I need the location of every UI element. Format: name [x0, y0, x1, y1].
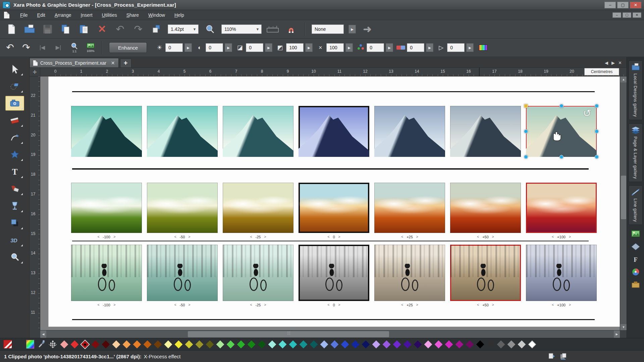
text-tool[interactable]: T [5, 164, 24, 179]
font-gallery-icon[interactable]: F [631, 256, 640, 263]
shadow-tool[interactable] [5, 216, 24, 230]
mountain-series-photo-4[interactable] [299, 106, 369, 157]
quick-shape-tool[interactable] [5, 147, 24, 162]
color-swatch-f2a0e8[interactable] [424, 340, 432, 348]
step-increase-icon[interactable]: > [416, 235, 418, 239]
tab-scroll-left-icon[interactable]: ◀ [605, 60, 608, 65]
street-series-photo-2[interactable] [147, 245, 218, 301]
open-icon[interactable] [23, 22, 36, 36]
menu-arrange[interactable]: Arrange [50, 11, 76, 19]
color-balance-spinner-button[interactable]: ▶ [386, 43, 393, 52]
saturation-spinner-button[interactable]: ▶ [345, 43, 353, 52]
step-increase-icon[interactable]: > [114, 303, 116, 307]
maximize-button[interactable]: ▢ [617, 2, 629, 8]
doc-close-button[interactable]: ✕ [633, 12, 641, 18]
color-swatch-7d0c0c[interactable] [91, 340, 99, 348]
line-color-none-swatch[interactable] [3, 340, 12, 349]
step-decrease-icon[interactable]: < [250, 303, 252, 307]
selection-handle-t[interactable] [559, 104, 564, 108]
color-swatch-f7cf9e[interactable] [112, 340, 120, 348]
step-increase-icon[interactable]: > [569, 235, 571, 239]
step-increase-icon[interactable]: > [492, 235, 494, 239]
step-increase-icon[interactable]: > [114, 235, 116, 239]
color-swatch-a0b8f2[interactable] [320, 340, 328, 348]
delete-icon[interactable]: ✕ [95, 22, 109, 36]
blur-sharpen-spinner-button[interactable]: ▶ [466, 43, 474, 52]
eyedropper-icon[interactable] [38, 339, 45, 349]
menu-edit[interactable]: Edit [33, 11, 50, 19]
mountain-series-photo-1[interactable] [71, 106, 142, 157]
sunset-series-photo-7[interactable] [526, 183, 597, 233]
selector-tool[interactable] [5, 62, 24, 76]
menu-insert[interactable]: Insert [76, 11, 97, 19]
paste-format-icon[interactable] [150, 22, 163, 36]
menu-window[interactable]: Window [144, 11, 170, 19]
color-swatch-e858d8[interactable] [434, 340, 442, 348]
doc-minimize-button[interactable]: – [612, 12, 621, 18]
sunset-series-photo-2[interactable] [147, 183, 218, 233]
color-swatch-58dcd4[interactable] [278, 340, 286, 348]
selection-handle-tr[interactable] [595, 104, 599, 108]
freehand-select-tool[interactable] [5, 79, 24, 94]
sunset-series-photo-5[interactable] [374, 183, 445, 233]
shadows-value-field[interactable]: 0 [246, 43, 263, 52]
photo-undo-icon[interactable]: ↶ [3, 41, 17, 54]
tab-bar-close-icon[interactable]: ✕ [618, 60, 622, 65]
scroll-down-icon[interactable]: ▼ [620, 324, 627, 330]
scroll-right-icon[interactable]: ▶ [614, 330, 620, 338]
ruler-origin-icon[interactable]: ✛ [30, 68, 40, 76]
sidebar-tab-page-layer-gallery[interactable]: Page & Layer gallery [629, 123, 643, 182]
color-swatch-700a60[interactable] [466, 340, 474, 348]
zoom-tool-icon[interactable] [203, 22, 217, 36]
step-increase-icon[interactable]: > [338, 235, 340, 239]
color-swatch-e87f28[interactable] [133, 340, 141, 348]
stroke-style-select[interactable]: None [312, 24, 344, 34]
color-swatch-c05f10[interactable] [143, 340, 151, 348]
tab-close-icon[interactable]: ✕ [109, 60, 115, 66]
color-swatch-f0e832[interactable] [174, 340, 182, 348]
sunset-series-photo-1[interactable] [71, 183, 142, 233]
color-swatch-5f5c14[interactable] [206, 340, 214, 348]
step-increase-icon[interactable]: > [492, 303, 494, 307]
color-swatch-129290[interactable] [299, 340, 307, 348]
color-balance-value-field[interactable]: 0 [367, 43, 384, 52]
horizontal-scrollbar[interactable]: ◀ ▶ [40, 330, 620, 338]
horizontal-scroll-thumb[interactable] [188, 331, 389, 337]
sunset-series-photo-4[interactable] [299, 183, 369, 233]
color-swatch-cfc832[interactable] [185, 340, 193, 348]
vertical-ruler[interactable]: 22212019181716151413121110 [30, 76, 40, 330]
undo-icon[interactable]: ↶ [113, 22, 127, 36]
highlights-spinner-button[interactable]: ▶ [305, 43, 313, 52]
step-decrease-icon[interactable]: < [477, 235, 479, 239]
mountain-series-photo-5[interactable] [374, 106, 445, 157]
step-increase-icon[interactable]: > [338, 303, 340, 307]
sidebar-tab-local-designs-gallery[interactable]: Local Designs gallery [629, 60, 643, 120]
step-increase-icon[interactable]: > [416, 303, 418, 307]
ruler-icon[interactable] [266, 22, 280, 36]
step-decrease-icon[interactable]: < [401, 235, 403, 239]
menu-help[interactable]: Help [170, 11, 189, 19]
color-swatch-f2a0a0[interactable] [60, 340, 68, 348]
color-swatch-500606[interactable] [102, 340, 110, 348]
color-swatch-7028d0[interactable] [393, 340, 401, 348]
copy-icon[interactable] [59, 22, 72, 36]
saturation-value-field[interactable]: 100 [326, 43, 344, 52]
contrast-value-field[interactable]: 0 [206, 43, 223, 52]
color-swatch-000000[interactable] [476, 340, 484, 348]
step-decrease-icon[interactable]: < [328, 235, 330, 239]
color-swatch-303030[interactable] [486, 340, 494, 348]
color-swatch-4812a0[interactable] [403, 340, 411, 348]
zoom-tool[interactable] [5, 250, 24, 264]
color-swatch-606060[interactable] [497, 340, 505, 348]
paste-icon[interactable] [77, 22, 91, 36]
blur-sharpen-value-field[interactable]: 0 [447, 43, 465, 52]
minimize-button[interactable]: – [604, 2, 616, 8]
shadows-spinner-button[interactable]: ▶ [265, 43, 272, 52]
step-decrease-icon[interactable]: < [98, 303, 100, 307]
contrast-spinner-button[interactable]: ▶ [225, 43, 232, 52]
sunset-series-photo-6[interactable] [450, 183, 521, 233]
next-photo-icon[interactable]: ▶| [52, 41, 65, 54]
selection-handle-l[interactable] [524, 129, 528, 133]
step-increase-icon[interactable]: > [188, 235, 190, 239]
color-swatch-c8c8c8[interactable] [518, 340, 526, 348]
